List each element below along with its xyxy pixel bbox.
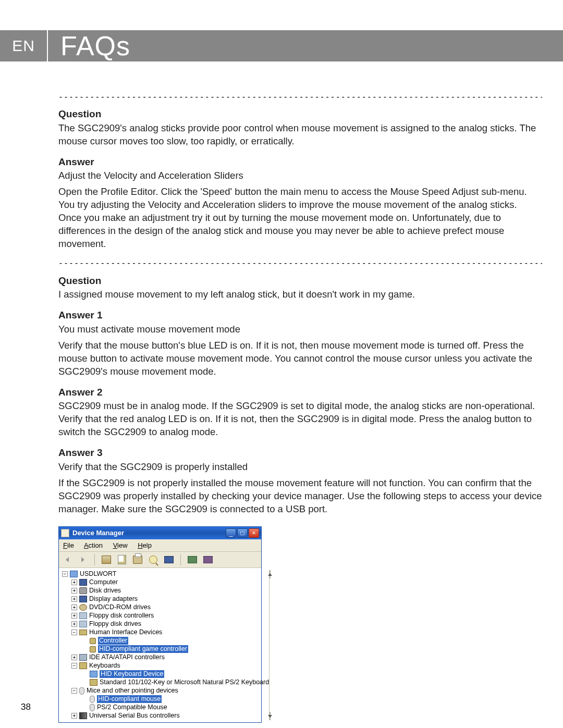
tree-item[interactable]: HID-compliant mouse bbox=[60, 695, 269, 704]
display-icon bbox=[79, 596, 87, 602]
maximize-button[interactable]: □ bbox=[237, 528, 248, 538]
divider-dash: ----------------------------------------… bbox=[58, 258, 542, 268]
page-header: EN FAQs bbox=[0, 30, 563, 61]
tree-item[interactable]: +IDE ATA/ATAPI controllers bbox=[60, 653, 269, 662]
device-icon[interactable] bbox=[187, 554, 198, 565]
ide-icon bbox=[79, 654, 87, 661]
mouse-icon bbox=[90, 704, 95, 711]
tree-item[interactable]: +Computer bbox=[60, 578, 269, 587]
answer-text: Open the Profile Editor. Click the 'Spee… bbox=[58, 186, 542, 251]
device-icon[interactable] bbox=[203, 554, 213, 565]
answer-line: Verify that the SGC2909 is properly inst… bbox=[58, 461, 542, 474]
menu-help[interactable]: Help bbox=[138, 541, 152, 549]
tree-item[interactable]: +DVD/CD-ROM drives bbox=[60, 603, 269, 612]
answer-label: Answer 1 bbox=[58, 309, 542, 322]
answer-label: Answer bbox=[58, 155, 542, 169]
device-tree: −USDLWORT +Computer +Disk drives +Displa… bbox=[60, 570, 269, 720]
tree-root[interactable]: −USDLWORT bbox=[60, 570, 269, 578]
answer-line: Adjust the Velocity and Acceleration Sli… bbox=[58, 169, 542, 182]
device-manager-window: Device Manager _ □ × File Action View He… bbox=[58, 526, 262, 723]
titlebar: Device Manager _ □ × bbox=[59, 527, 261, 539]
faq-answer-2a: Answer 1 You must activate mouse movemen… bbox=[58, 309, 542, 378]
close-button[interactable]: × bbox=[249, 528, 259, 538]
answer-line: You must activate mouse movement mode bbox=[58, 323, 542, 336]
mouse-icon bbox=[79, 687, 84, 695]
keyboard-icon bbox=[90, 671, 97, 677]
tree-item[interactable]: Standard 101/102-Key or Microsoft Natura… bbox=[60, 678, 269, 687]
page-title: FAQs bbox=[48, 30, 130, 61]
floppy-icon bbox=[79, 621, 87, 627]
tree-item[interactable]: +Disk drives bbox=[60, 587, 269, 595]
answer-label: Answer 3 bbox=[58, 446, 542, 460]
page-number: 38 bbox=[21, 702, 31, 712]
answer-text: If the SGC2909 is not properly installed… bbox=[58, 477, 542, 516]
usb-icon bbox=[79, 712, 87, 719]
tree-item[interactable]: −Human Interface Devices bbox=[60, 628, 269, 637]
tree-item[interactable]: +Floppy disk controllers bbox=[60, 612, 269, 620]
answer-text: SGC2909 must be in analog mode. If the S… bbox=[58, 400, 542, 439]
cd-icon bbox=[79, 604, 87, 611]
toolbar-sep bbox=[180, 554, 181, 565]
scroll-down-icon[interactable] bbox=[270, 712, 271, 720]
question-label: Question bbox=[58, 107, 542, 121]
faq-answer-2c: Answer 3 Verify that the SGC2909 is prop… bbox=[58, 446, 542, 516]
scan-icon[interactable] bbox=[148, 554, 158, 565]
faq-answer-1: Answer Adjust the Velocity and Accelerat… bbox=[58, 155, 542, 251]
faq-question-1: Question The SGC2909's analog sticks pro… bbox=[58, 107, 542, 148]
answer-label: Answer 2 bbox=[58, 386, 542, 399]
tree-area: −USDLWORT +Computer +Disk drives +Displa… bbox=[59, 568, 261, 722]
content-area: ----------------------------------------… bbox=[0, 61, 563, 723]
answer-text: Verify that the mouse button's blue LED … bbox=[58, 339, 542, 378]
titlebar-icon bbox=[61, 529, 69, 537]
toolbar bbox=[59, 552, 261, 568]
print-icon[interactable] bbox=[132, 554, 143, 565]
tree-item[interactable]: −Mice and other pointing devices bbox=[60, 687, 269, 695]
floppy-icon bbox=[79, 612, 87, 619]
computer-icon bbox=[79, 579, 87, 586]
tree-item[interactable]: HID-compliant game controller bbox=[60, 645, 269, 653]
disk-icon bbox=[79, 587, 87, 594]
window-buttons: _ □ × bbox=[226, 528, 259, 538]
window-title: Device Manager bbox=[72, 529, 226, 537]
properties-icon[interactable] bbox=[117, 554, 127, 565]
keyboard-icon bbox=[79, 662, 87, 669]
keyboard-icon bbox=[90, 679, 97, 686]
divider-dash: ----------------------------------------… bbox=[58, 92, 542, 102]
scrollbar[interactable] bbox=[269, 570, 270, 720]
computer-icon bbox=[70, 571, 78, 577]
tree-item[interactable]: +Floppy disk drives bbox=[60, 620, 269, 628]
menu-action[interactable]: Action bbox=[84, 541, 103, 549]
toolbar-sep bbox=[94, 554, 95, 565]
mouse-icon bbox=[90, 696, 95, 703]
tree-item[interactable]: +Universal Serial Bus controllers bbox=[60, 712, 269, 720]
tree-item[interactable]: HID Keyboard Device bbox=[60, 670, 269, 678]
menu-file[interactable]: File bbox=[63, 541, 74, 549]
menu-view[interactable]: View bbox=[113, 541, 128, 549]
tree-item[interactable]: PS/2 Compatible Mouse bbox=[60, 704, 269, 712]
scroll-up-icon[interactable] bbox=[270, 570, 271, 578]
question-text: The SGC2909's analog sticks provide poor… bbox=[58, 122, 542, 148]
hid-icon bbox=[79, 630, 87, 635]
monitor-icon[interactable] bbox=[164, 554, 174, 565]
tree-item[interactable]: +Display adapters bbox=[60, 595, 269, 603]
question-text: I assigned mouse movement to my left ana… bbox=[58, 288, 542, 301]
tree-item[interactable]: −Keyboards bbox=[60, 662, 269, 670]
forward-icon[interactable] bbox=[78, 554, 88, 565]
controller-icon bbox=[90, 646, 96, 652]
question-label: Question bbox=[58, 274, 542, 288]
faq-question-2: Question I assigned mouse movement to my… bbox=[58, 274, 542, 302]
controller-icon bbox=[90, 638, 96, 644]
language-code: EN bbox=[0, 37, 47, 55]
minimize-button[interactable]: _ bbox=[226, 528, 236, 538]
back-icon[interactable] bbox=[62, 554, 72, 565]
faq-answer-2b: Answer 2 SGC2909 must be in analog mode.… bbox=[58, 386, 542, 439]
menubar: File Action View Help bbox=[59, 539, 261, 552]
tree-view-icon[interactable] bbox=[101, 554, 112, 565]
tree-item[interactable]: Controller bbox=[60, 637, 269, 645]
